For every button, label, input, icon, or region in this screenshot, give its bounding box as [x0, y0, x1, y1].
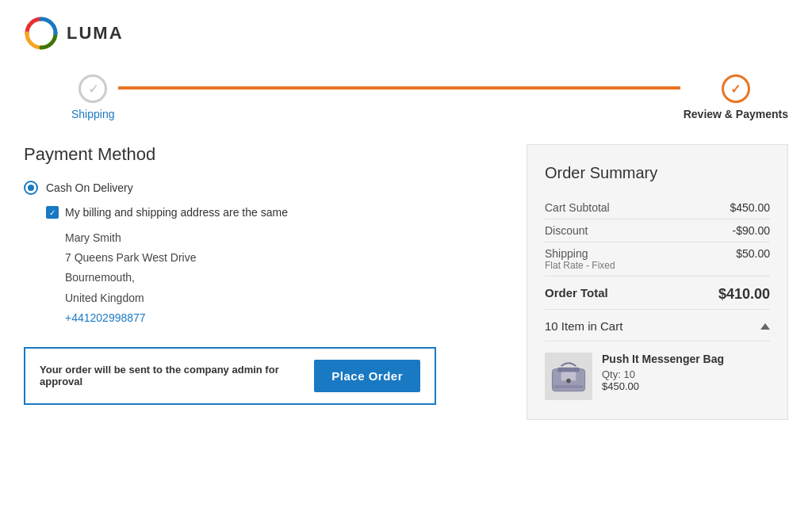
- address-city: Bournemouth,: [65, 268, 503, 288]
- order-total-label: Order Total: [545, 286, 608, 303]
- cash-on-delivery-radio[interactable]: [24, 181, 38, 195]
- checkout-progress: ✓ Shipping ✓ Review & Payments: [24, 74, 788, 120]
- discount-value: -$90.00: [733, 224, 770, 237]
- header: LUMA: [24, 16, 788, 51]
- progress-connector: [118, 86, 680, 90]
- cart-items-toggle[interactable]: 10 Item in Cart: [545, 310, 770, 341]
- order-summary-title: Order Summary: [545, 164, 770, 182]
- billing-checkbox[interactable]: ✓: [46, 206, 59, 219]
- shipping-method: Flat Rate - Fixed: [545, 260, 770, 271]
- shipping-check-icon: ✓: [88, 82, 98, 97]
- billing-address-block: Mary Smith 7 Queens Park West Drive Bour…: [65, 228, 503, 328]
- payment-method-row: Cash On Delivery: [24, 181, 503, 195]
- cart-item-qty: Qty: 10: [602, 368, 770, 380]
- shipping-row: Shipping $50.00 Flat Rate - Fixed: [545, 242, 770, 277]
- place-order-button[interactable]: Place Order: [314, 360, 420, 392]
- address-country: United Kingdom: [65, 288, 503, 308]
- main-content: Payment Method Cash On Delivery ✓ My bil…: [24, 144, 788, 420]
- shipping-step-label: Shipping: [71, 108, 115, 120]
- cart-item-name: Push It Messenger Bag: [602, 353, 770, 365]
- payment-section-title: Payment Method: [24, 144, 503, 165]
- logo-text: LUMA: [67, 23, 124, 44]
- shipping-value: $50.00: [736, 247, 770, 260]
- billing-checkbox-label: My billing and shipping address are the …: [65, 206, 288, 219]
- step-review: ✓ Review & Payments: [684, 74, 788, 120]
- review-step-circle: ✓: [722, 74, 750, 103]
- messenger-bag-svg: [546, 354, 591, 399]
- order-total-value: $410.00: [718, 286, 770, 303]
- svg-point-4: [566, 379, 571, 383]
- step-shipping: ✓ Shipping: [71, 74, 115, 120]
- cart-item: Push It Messenger Bag Qty: 10 $450.00: [545, 341, 770, 400]
- cash-on-delivery-label: Cash On Delivery: [46, 181, 133, 194]
- cart-subtotal-row: Cart Subtotal $450.00: [545, 196, 770, 219]
- address-phone[interactable]: +441202998877: [65, 308, 503, 328]
- review-check-icon: ✓: [730, 82, 741, 97]
- cart-count-label: 10 Item in Cart: [545, 319, 622, 333]
- order-summary-panel: Order Summary Cart Subtotal $450.00 Disc…: [527, 144, 788, 420]
- left-column: Payment Method Cash On Delivery ✓ My bil…: [24, 144, 503, 405]
- review-step-label: Review & Payments: [684, 108, 788, 120]
- order-total-row: Order Total $410.00: [545, 277, 770, 310]
- cart-item-details: Push It Messenger Bag Qty: 10 $450.00: [602, 353, 770, 392]
- shipping-step-circle: ✓: [79, 74, 107, 103]
- luma-logo-icon: [24, 16, 59, 51]
- svg-rect-5: [553, 385, 583, 388]
- billing-checkbox-row: ✓ My billing and shipping address are th…: [46, 206, 503, 219]
- discount-label: Discount: [545, 224, 588, 237]
- shipping-label: Shipping: [545, 247, 588, 260]
- address-street: 7 Queens Park West Drive: [65, 248, 503, 268]
- svg-rect-2: [557, 368, 580, 372]
- order-notice-box: Your order will be sent to the company a…: [24, 347, 436, 405]
- cart-item-price: $450.00: [602, 380, 770, 392]
- discount-row: Discount -$90.00: [545, 219, 770, 242]
- address-name: Mary Smith: [65, 228, 503, 248]
- cart-subtotal-label: Cart Subtotal: [545, 201, 610, 214]
- order-notice-text: Your order will be sent to the company a…: [40, 364, 306, 387]
- chevron-up-icon: [760, 323, 770, 330]
- cart-subtotal-value: $450.00: [730, 201, 770, 214]
- cart-item-image: [545, 353, 592, 400]
